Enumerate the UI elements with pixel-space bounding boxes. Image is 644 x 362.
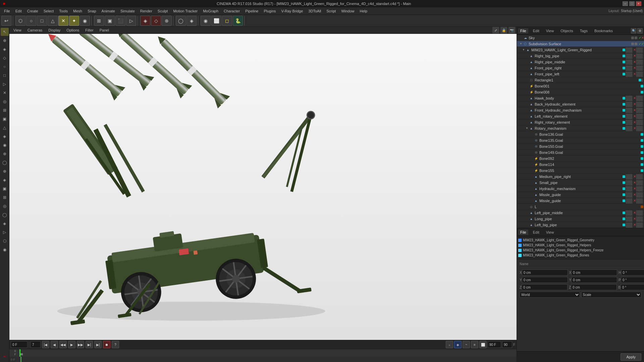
sky-button[interactable]: ⬜: [211, 16, 221, 26]
om-tab-bookmarks[interactable]: Bookmarks: [592, 28, 615, 34]
tab-options[interactable]: Options: [64, 27, 82, 33]
menu-tools[interactable]: Tools: [56, 8, 70, 14]
tree-item-front-hydraulic[interactable]: ▲ Front_Hydraulic_mechanism ✕: [517, 107, 644, 113]
tool-loop[interactable]: ⊞: [1, 106, 9, 114]
undo-button[interactable]: ↩: [1, 16, 11, 26]
attr-obj-1[interactable]: MIM23_HAWK_Light_Green_Rigged_Geometry: [518, 238, 643, 243]
play-fwd-button[interactable]: ▶▶: [77, 341, 84, 348]
menu-vray[interactable]: V-Ray Bridge: [279, 8, 306, 14]
tool-bridge[interactable]: △: [1, 124, 9, 132]
z-scale-field[interactable]: [571, 284, 617, 290]
close-button[interactable]: ✕: [636, 1, 641, 6]
tool-scale[interactable]: ◈: [1, 45, 9, 53]
render-view-button[interactable]: ◈: [140, 16, 150, 26]
x-scale-field[interactable]: [571, 269, 617, 276]
menu-pipeline[interactable]: Pipeline: [243, 8, 261, 14]
tree-item-front-pipe-right[interactable]: ▲ Front_pipe_right ✕: [517, 65, 644, 71]
tool-move[interactable]: ⊕: [1, 37, 9, 45]
tool-knit[interactable]: ◈: [1, 132, 9, 140]
timeline-tracks[interactable]: 0 F: [9, 357, 517, 362]
tree-item-back-hydraulic[interactable]: ▲ Back_Hydraulic_element ✕: [517, 101, 644, 107]
tree-item-right-pipe-middle[interactable]: ▲ Right_pipe_middle ✕: [517, 59, 644, 65]
tree-item-sky[interactable]: ☁ Sky ✓ ✕: [517, 35, 644, 41]
dope-sheet-button[interactable]: ≡: [471, 341, 478, 348]
render-settings-button[interactable]: ⊗: [162, 16, 172, 26]
attr-obj-4[interactable]: MIM23_HAWK_Light_Green_Rigged_Bones: [518, 253, 643, 258]
tool-point[interactable]: ▷: [1, 80, 9, 88]
next-frame-button[interactable]: ▶|: [86, 341, 93, 348]
model-mode-button[interactable]: ⬡: [15, 16, 25, 26]
point-mode-button[interactable]: ✕: [58, 16, 68, 26]
tree-item-missile-guide2[interactable]: ▲ Missle_guide ✕: [517, 198, 644, 204]
tree-item-medium-pipe-right[interactable]: ▲ Medium_pipe_right ✕: [517, 174, 644, 180]
tool-collapse[interactable]: ◯: [1, 159, 9, 167]
tool-morph[interactable]: ⬡: [1, 237, 9, 245]
tree-item-subdivision[interactable]: ▼ ⬡ Subdivision Surface ✓ ✓: [517, 41, 644, 47]
snap-settings-button[interactable]: ◈: [186, 16, 197, 26]
tab-view[interactable]: View: [11, 27, 24, 33]
menu-edit[interactable]: Edit: [13, 8, 24, 14]
current-frame-field[interactable]: [11, 341, 28, 348]
tool-wrap[interactable]: ▷: [1, 228, 9, 236]
h-field[interactable]: [621, 269, 644, 276]
om-tab-edit[interactable]: Edit: [531, 28, 541, 34]
end-frame-field[interactable]: [488, 341, 501, 348]
x-pos-field[interactable]: [522, 269, 568, 276]
python-button[interactable]: 🐍: [233, 16, 243, 26]
tree-item-bone135[interactable]: ◎ Bone135.Goal: [517, 137, 644, 143]
tool-split[interactable]: ⊕: [1, 167, 9, 175]
tree-item-right-rotary[interactable]: ▲ Right_rotary_element ✕: [517, 119, 644, 125]
om-tab-view[interactable]: View: [544, 28, 556, 34]
play-button[interactable]: ▶: [68, 341, 75, 348]
menu-character[interactable]: Character: [221, 8, 243, 14]
menu-create[interactable]: Create: [24, 8, 41, 14]
tree-item-bone114[interactable]: ⚡ Bone114: [517, 162, 644, 168]
tree-item-hydraulic-mech[interactable]: ▲ Hydraulic_mechanism ✕: [517, 186, 644, 192]
light-button[interactable]: ◻: [222, 16, 232, 26]
tool-connect[interactable]: ◈: [1, 176, 9, 184]
apply-button[interactable]: Apply: [621, 353, 641, 361]
tab-panel[interactable]: Panel: [97, 27, 112, 33]
menu-script[interactable]: Script: [324, 8, 338, 14]
y-scale-field[interactable]: [571, 277, 617, 283]
scale-select[interactable]: Scale Size: [581, 292, 642, 298]
tree-item-left-pipe-middle[interactable]: ▲ Left_pipe_middle ✕: [517, 210, 644, 216]
menu-mesh[interactable]: Mesh: [70, 8, 85, 14]
tool-fill[interactable]: ▣: [1, 115, 9, 123]
transform-button[interactable]: ▷: [126, 16, 136, 26]
tool-magnet[interactable]: ◯: [1, 211, 9, 219]
tab-filter[interactable]: Filter: [83, 27, 96, 33]
object-mode-button[interactable]: ○: [26, 16, 36, 26]
camera-icon[interactable]: 📷: [508, 27, 515, 34]
tree-item-bone150[interactable]: ◎ Bone150.Goal: [517, 143, 644, 149]
attr-obj-2[interactable]: MIM23_HAWK_Light_Green_Rigged_Helpers: [518, 243, 643, 248]
am-tab-view[interactable]: View: [544, 230, 556, 235]
tree-item-bone092[interactable]: ⚡ Bone092: [517, 156, 644, 162]
menu-motion-tracker[interactable]: Motion Tracker: [170, 8, 200, 14]
am-tab-edit[interactable]: Edit: [531, 230, 541, 235]
tree-item-bone136[interactable]: ◎ Bone136.Goal: [517, 131, 644, 137]
tree-item-long-pipe[interactable]: ▲ Long_pipe ✕: [517, 216, 644, 222]
go-start-button[interactable]: |◀: [42, 341, 49, 348]
tool-boole[interactable]: ▣: [1, 185, 9, 193]
tree-item-bone149[interactable]: ◎ Bone149.Goal: [517, 149, 644, 156]
tool-select[interactable]: ↖: [1, 28, 9, 36]
tab-display[interactable]: Display: [46, 27, 63, 33]
polygon-mode-button[interactable]: ✦: [69, 16, 79, 26]
keyframe-button[interactable]: ⬦: [446, 341, 453, 348]
menu-window[interactable]: Window: [338, 8, 357, 14]
menu-animate[interactable]: Animate: [99, 8, 118, 14]
tool-extrude[interactable]: ✕: [1, 89, 9, 97]
texture-mode-button[interactable]: □: [37, 16, 47, 26]
menu-file[interactable]: File: [1, 8, 13, 14]
p-field[interactable]: [621, 277, 644, 283]
tree-item-bone008[interactable]: ⚡ Bone008: [517, 89, 644, 95]
prev-frame-button[interactable]: ◀: [51, 341, 58, 348]
tab-cameras[interactable]: Cameras: [25, 27, 45, 33]
tree-item-l[interactable]: ◎ L: [517, 204, 644, 210]
tool-weight[interactable]: ◉: [1, 246, 9, 254]
move-button[interactable]: ⊞: [94, 16, 104, 26]
menu-help[interactable]: Help: [357, 8, 370, 14]
edge-mode-button[interactable]: △: [48, 16, 58, 26]
tree-item-missile-guide1[interactable]: ▲ Missle_guide ✕: [517, 192, 644, 198]
